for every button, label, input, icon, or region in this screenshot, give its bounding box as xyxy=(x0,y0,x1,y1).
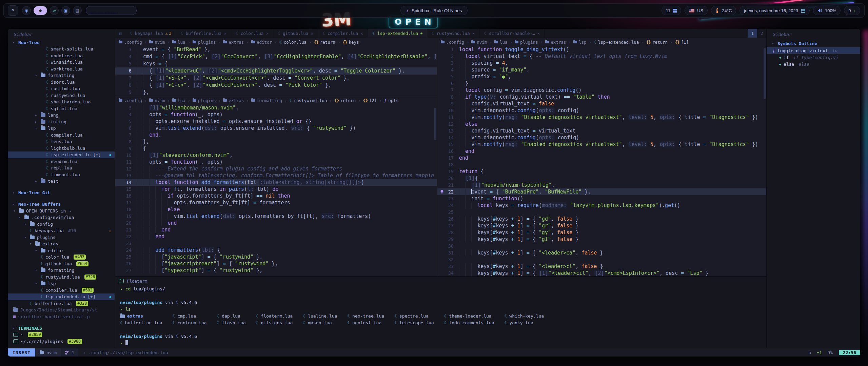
breadcrumb-item-opts[interactable]: ƒopts xyxy=(384,98,399,103)
tree-item-rustywind-lua[interactable]: ☾rustywind.lua xyxy=(8,92,115,99)
tree-item-lsp-extended-lu[interactable]: ☾lsp-extended.lu[+]● xyxy=(8,293,115,300)
tree-item-scrollbar-handle-vertical-p[interactable]: ▦scrollbar-handle-vertical.p xyxy=(8,313,115,320)
code-line-2[interactable]: 2 local virtual_text = { -- Default virt… xyxy=(437,53,766,60)
code-line-10[interactable]: 10 vim.diagnostic.config(opts: config) xyxy=(437,107,766,114)
breadcrumb-item-1[interactable]: {}[1] xyxy=(675,40,689,45)
scrollbar[interactable] xyxy=(434,108,436,140)
terminal-body[interactable]: › cd lua/plugins/ nvim/lua/plugins via ☾… xyxy=(115,285,766,348)
code-line-23[interactable]: 23 init = function() xyxy=(437,195,766,202)
widget-date[interactable]: jueves, noviembre 16, 2023 xyxy=(739,6,810,15)
tab-bufferline-lua[interactable]: ☾bufferline.lua× xyxy=(176,29,231,38)
breadcrumb-item-config[interactable]: .config xyxy=(119,98,142,103)
code-line-20[interactable]: 20 [1]{ xyxy=(437,175,766,182)
code-line-18[interactable]: 18 xyxy=(437,161,766,168)
code-line-1[interactable]: 1local function toggle_diag_virtext() xyxy=(437,46,766,53)
code-line-32[interactable]: 32 xyxy=(437,256,766,263)
symbol-toggle-diag-virtext[interactable]: ƒtoggle_diag_virtextfu xyxy=(767,47,860,54)
code-line-24[interactable]: 24 local keys = require(modname: "lazyvi… xyxy=(437,202,766,209)
code-line-29[interactable]: 29 keys[#keys + 1] = { "gI", false } xyxy=(437,236,766,243)
close-icon[interactable]: × xyxy=(472,31,475,36)
tab-rustywind-lua[interactable]: ☾rustywind.lua× xyxy=(427,29,480,38)
code-line-10[interactable]: 10 [1]"stevearc/conform.nvim", xyxy=(115,152,437,159)
code-line-33[interactable]: 33 keys[#keys + 1] = { "<leader>cl", fal… xyxy=(437,263,766,270)
code-line-13[interactable]: 13 config.virtual_text = virtual_text xyxy=(437,127,766,134)
symbol-else[interactable]: ◈elseelse xyxy=(767,61,860,67)
breadcrumb-item-keys[interactable]: {}keys xyxy=(342,40,359,45)
tree-item-compiler-lua[interactable]: ☾compiler.lua#682 xyxy=(8,287,115,294)
code-line-7[interactable]: 7 local config = vim.diagnostic.config() xyxy=(437,87,766,94)
tree-item-lang[interactable]: ▸lang xyxy=(8,112,115,119)
tree-item-lsp[interactable]: ▾lsp xyxy=(8,280,115,287)
code-line-3[interactable]: 3 event = { "BufRead" }, xyxy=(115,46,437,53)
tree-item-github-lua[interactable]: ☾github.lua#654 xyxy=(8,261,115,267)
tab-lsp-extended-lua[interactable]: ☾lsp-extended.lua● xyxy=(368,29,427,38)
widget-window-count[interactable]: 11 xyxy=(662,6,682,15)
code-line-22[interactable]: 22 event = { "BufReadPre", "BufNewFile" … xyxy=(437,188,766,195)
code-line-19[interactable]: 19return { xyxy=(437,168,766,175)
breadcrumb-item-plugins[interactable]: plugins xyxy=(515,40,538,45)
code-line-5[interactable]: 5 keys = { xyxy=(115,60,437,67)
breadcrumb-item-config[interactable]: .config xyxy=(441,40,464,45)
widget-volume[interactable]: 100% xyxy=(813,6,841,15)
workspace-button-4[interactable]: ▣ xyxy=(61,6,70,15)
tree-item-neodim-lua[interactable]: ☾neodim.lua xyxy=(8,158,115,165)
tree-item-extras[interactable]: ▾extras xyxy=(8,241,115,247)
breadcrumb-item-2[interactable]: {}[2] xyxy=(363,98,377,103)
code-line-15[interactable]: 15 vim.notify(msg: "Enabled diagnostics … xyxy=(437,141,766,148)
code-line-4[interactable]: 4 opts = function(_, opts) xyxy=(115,111,437,118)
breadcrumb-item-plugins[interactable]: plugins xyxy=(193,40,216,45)
breadcrumb-item-lua[interactable]: lua xyxy=(172,98,185,103)
code-line-8[interactable]: 8 { [1]"<C-c>", [2]"<cmd>CccPick<cr>", d… xyxy=(115,82,437,89)
code-line-23[interactable]: 23 xyxy=(115,240,437,247)
code-line-12[interactable]: 12 else xyxy=(437,121,766,127)
symbol-if[interactable]: ◈ifif type(config.vi xyxy=(767,54,860,61)
code-line-8[interactable]: 8 }, xyxy=(115,138,437,145)
workspace-button-5[interactable]: ▤ xyxy=(73,6,82,15)
tree-item-config[interactable]: ▾config xyxy=(8,221,115,228)
tree-item-worktree-lua[interactable]: ☾worktree.lua xyxy=(8,66,115,73)
tree-item-rustfmt-lua[interactable]: ☾rustfmt.lua xyxy=(8,85,115,92)
close-icon[interactable]: × xyxy=(266,31,269,36)
tree-item-smart-splits-lua[interactable]: ☾smart-splits.lua xyxy=(8,46,115,53)
code-line-27[interactable]: 27 ["typescript"] = { "rustywind" }, xyxy=(115,267,437,274)
code-line-28[interactable]: 28 keys[#keys + 1] = { "gy", false } xyxy=(437,229,766,236)
breadcrumb-item-lua[interactable]: lua xyxy=(494,40,508,45)
tabpage-2[interactable]: 2 xyxy=(757,29,766,38)
tab-compiler-lua[interactable]: ☾compiler.lua× xyxy=(318,29,368,38)
code-line-25[interactable]: 25 ["javascript"] = { "rustywind" }, xyxy=(115,253,437,260)
tree-item-lsp-extended-lu[interactable]: ☾lsp-extended.lu[+]● xyxy=(8,151,115,158)
tree-item-timeout-lua[interactable]: ☾timeout.lua xyxy=(8,171,115,178)
widget-keyboard-layout[interactable]: US xyxy=(685,6,708,15)
code-line-9[interactable]: 9 }, xyxy=(115,89,437,96)
tree-item-linting[interactable]: ▸linting xyxy=(8,119,115,125)
tree-item-rustywind-lua[interactable]: ☾rustywind.lua#726 xyxy=(8,274,115,281)
topbar-input[interactable]: __________ xyxy=(86,6,137,15)
music-widget[interactable]: ♪ Spiritbox - Rule Of Nines xyxy=(400,6,468,15)
tree-item-lens-lua[interactable]: ☾lens.lua xyxy=(8,138,115,145)
close-icon[interactable]: × xyxy=(537,31,540,36)
breadcrumb-item-nvim[interactable]: nvim xyxy=(149,40,165,45)
code-line-19[interactable]: 19 vim.list_extend(dst: opts.formatters_… xyxy=(115,213,437,220)
code-line-16[interactable]: 16 if opts.formatters_by_ft[ft] == nil t… xyxy=(115,192,437,199)
breadcrumb-item-return[interactable]: {}return xyxy=(334,98,356,103)
code-line-27[interactable]: 27 keys[#keys + 1] = { "gr", false } xyxy=(437,222,766,229)
workspace-button-2[interactable]: ◆ xyxy=(34,6,47,15)
launcher-button[interactable]: ^ xyxy=(8,5,18,16)
breadcrumb-item-return[interactable]: {}return xyxy=(646,40,668,45)
tree-item-compiler-lua[interactable]: ☾compiler.lua xyxy=(8,132,115,139)
code-line-17[interactable]: 17end xyxy=(437,155,766,161)
code-line-11[interactable]: 11 opts = function(_, opts) xyxy=(115,159,437,165)
code-line-14[interactable]: 14 local function add_formatters(tbl :ta… xyxy=(115,179,437,186)
code-line-12[interactable]: 12 --- Extend the conform plugin config … xyxy=(115,165,437,172)
tab-keymaps-lua[interactable]: ☾keymaps.lua⚠3 xyxy=(125,29,176,38)
code-line-25[interactable]: 25 xyxy=(437,209,766,216)
symbols-outline-header[interactable]: ▾ Symbols Outline xyxy=(767,40,860,47)
code-line-11[interactable]: 11 vim.notify(msg: "Disable diagnostics … xyxy=(437,114,766,121)
section-neo-tree-buffers[interactable]: ▾Neo-Tree Buffers xyxy=(8,201,115,208)
tree-item-winshift-lua[interactable]: ☾winshift.lua xyxy=(8,59,115,66)
breadcrumb-item-rustywind-lua[interactable]: ☾rustywind.lua xyxy=(290,98,327,103)
code-line-24[interactable]: 24 add_formatters(tbl: { xyxy=(115,247,437,253)
widget-updates[interactable]: 9↓ xyxy=(844,6,860,15)
tab-color-lua[interactable]: ☾color.lua× xyxy=(231,29,273,38)
breadcrumb-item-formatting[interactable]: formatting xyxy=(251,98,282,103)
